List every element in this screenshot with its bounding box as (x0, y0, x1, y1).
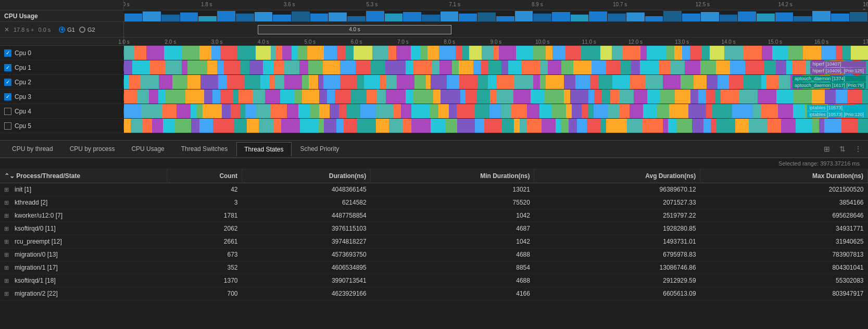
expand-icon[interactable]: ⊞ (4, 290, 11, 297)
cpu-bar-segment (211, 46, 220, 60)
cpu-bar-segment (670, 60, 685, 74)
col-header[interactable]: Duration(ns) (242, 169, 371, 183)
cpu-bar-segment (764, 60, 776, 74)
cpu-bar-segment (389, 119, 402, 133)
col-header[interactable]: Count (167, 169, 242, 183)
table-head[interactable]: ⌃⌄ Process/Thread/StateCountDuration(ns)… (0, 169, 868, 183)
cpu-checkbox[interactable] (4, 49, 11, 57)
cpu-bar-segment (175, 119, 191, 133)
expand-icon[interactable]: ⊞ (4, 238, 11, 245)
cpu-bar-segment (132, 60, 149, 74)
cpu-bar-segment (427, 46, 439, 60)
cpu-checkbox[interactable] (4, 108, 11, 115)
expand-icon[interactable]: ⊞ (4, 251, 11, 258)
table-row[interactable]: ⊞migration/2 [22]70046239291664166660561… (0, 287, 868, 300)
mini-bar (403, 12, 421, 21)
expand-icon[interactable]: ⊞ (4, 277, 11, 284)
filter-icon[interactable]: ⇅ (837, 143, 848, 155)
range-selector[interactable]: 4.0 s (258, 25, 451, 34)
cpu-bar-segment (187, 60, 207, 74)
cpu-bar-segment (752, 104, 761, 118)
expand-icon[interactable]: ⊞ (4, 264, 11, 271)
cpu-bar-segment (459, 60, 473, 74)
cpu-bar-segment (610, 90, 620, 104)
expand-icon[interactable]: ⊞ (4, 186, 11, 193)
cpu-bar-segment (187, 75, 200, 89)
table-cell: 783907813 (700, 248, 868, 261)
process-name: kworker/u12:0 [7] (15, 212, 62, 219)
g2-radio[interactable]: G2 (79, 27, 95, 33)
tab-cpu-usage[interactable]: CPU Usage (123, 142, 172, 156)
table-cell: 4623929166 (242, 287, 371, 300)
tab-sched-priority[interactable]: Sched Priority (293, 142, 347, 156)
table-row[interactable]: ⊞rcu_preempt [12]26613974818227104214937… (0, 235, 868, 248)
cpu-checkbox[interactable] (4, 122, 11, 130)
cpu-bar-segment (466, 90, 476, 104)
cpu-bar-segment (376, 90, 386, 104)
tab-thread-states[interactable]: Thread States (236, 142, 291, 157)
cpu-bar-segment (660, 90, 675, 104)
cpu-bar-segment (177, 104, 191, 118)
cpu-bar-segment (511, 104, 527, 118)
table-row[interactable]: ⊞kthreadd [2]36214582755202071527.333854… (0, 196, 868, 209)
expand-icon[interactable]: ⊞ (4, 199, 11, 206)
col-header[interactable]: ⌃⌄ Process/Thread/State (0, 169, 167, 183)
cpu-bar-segment (539, 104, 552, 118)
pin-icon[interactable]: ⊞ (821, 143, 833, 155)
tick-label: 10.7 s (613, 2, 627, 7)
cpu-bar-segment (441, 90, 460, 104)
cpu-bar-segment (141, 104, 162, 118)
range-ticks-bottom: 1.0 s2.0 s3.0 s4.0 s5.0 s6.0 s7.0 s8.0 s… (124, 37, 868, 45)
table-row[interactable]: ⊞init [1]4240483661451302196389670.12202… (0, 183, 868, 196)
cpu-label: Cpu 0 (15, 49, 31, 57)
cpu-bar-segment (570, 90, 589, 104)
col-header[interactable]: Max Duration(ns) (700, 169, 868, 183)
table-container[interactable]: ⌃⌄ Process/Thread/StateCountDuration(ns)… (0, 169, 868, 300)
cpu-bar-segment (220, 90, 233, 104)
cpu-bar-segment (438, 104, 449, 118)
cpu-bar-segment (129, 75, 140, 89)
cpu-bar-segment (124, 104, 141, 118)
table-row[interactable]: ⊞migration/1 [17]35246065348958854130867… (0, 261, 868, 274)
table-row[interactable]: ⊞migration/0 [13]67345736937504688679597… (0, 248, 868, 261)
cpu-bar-segment (674, 46, 682, 60)
timeline-ticks-top: 0.0 s1.8 s3.6 s5.3 s7.1 s8.9 s10.7 s12.5… (124, 0, 868, 10)
cpu-bar-segment (357, 75, 364, 89)
g1-radio[interactable]: G1 (59, 27, 75, 33)
cpu-bar-segment (253, 90, 265, 104)
more-icon[interactable]: ⋮ (852, 143, 864, 155)
cpu-bar-segment (269, 75, 274, 89)
expand-icon[interactable]: ⊞ (4, 225, 11, 232)
cpu-row: Cpu 0 (0, 46, 868, 60)
cpu-bar-segment (514, 119, 520, 133)
tooltip-line: hiperf [10409], [Prio:125] (810, 68, 866, 74)
cpu-bar-segment (540, 60, 548, 74)
table-row[interactable]: ⊞ksoftirqd/0 [11]20623976115103468719282… (0, 222, 868, 235)
expand-icon[interactable]: ⊞ (4, 212, 11, 219)
cpu-checkbox[interactable] (4, 64, 11, 71)
cpu-bar-segment (548, 60, 561, 74)
cpu-bar-segment (793, 90, 812, 104)
cpu-bar-segment (411, 104, 430, 118)
cpu-checkbox[interactable] (4, 79, 11, 86)
cpu-bar-segment (336, 119, 344, 133)
cpu-bar-segment (137, 90, 149, 104)
cpu-bar-segment (330, 104, 338, 118)
cpu-row-label: Cpu 0 (0, 49, 124, 57)
cpu-checkbox[interactable] (4, 93, 11, 100)
cpu-row: Cpu 4iptables [10573]iptables [10573] [P… (0, 104, 868, 119)
table-row[interactable]: ⊞kworker/u12:0 [7]1781448775885410422519… (0, 209, 868, 222)
cpu-bar-segment (786, 60, 792, 74)
tab-cpu-by-process[interactable]: CPU by process (62, 142, 123, 156)
table-row[interactable]: ⊞ksoftirqd/1 [18]13703990713541468829129… (0, 274, 868, 287)
tab-thread-switches[interactable]: Thread Switches (173, 142, 235, 156)
cpu-bar-segment (124, 119, 131, 133)
tab-cpu-by-thread[interactable]: CPU by thread (4, 142, 61, 156)
mini-bar (422, 15, 440, 21)
close-icon[interactable]: ✕ (4, 26, 9, 33)
cpu-bar-segment (575, 75, 590, 89)
cpu-bar-segment (224, 60, 241, 74)
col-header[interactable]: Avg Duration(ns) (534, 169, 700, 183)
col-header[interactable]: Min Duration(ns) (371, 169, 534, 183)
cpu-bar-segment (643, 119, 662, 133)
